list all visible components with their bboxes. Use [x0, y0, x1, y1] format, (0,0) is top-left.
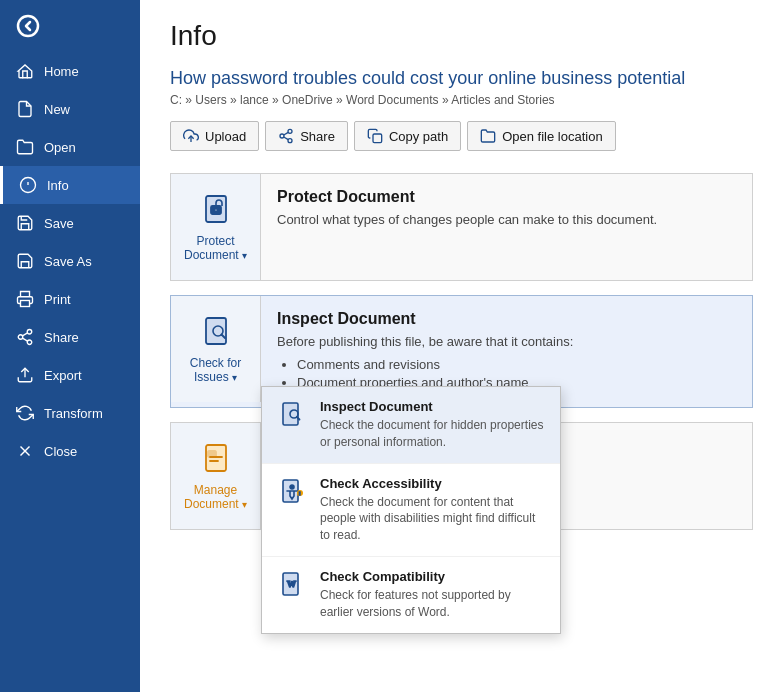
open-file-location-icon: [480, 128, 496, 144]
dropdown-accessibility-desc: Check the document for content that peop…: [320, 494, 546, 544]
sidebar-item-save-as-label: Save As: [44, 254, 92, 269]
protect-document-card: ProtectDocument ▾ Protect Document Contr…: [170, 173, 753, 281]
sidebar-item-new-label: New: [44, 102, 70, 117]
svg-text:W: W: [287, 579, 296, 589]
sidebar-item-export-label: Export: [44, 368, 82, 383]
inspect-document-desc: Before publishing this file, be aware th…: [277, 334, 736, 349]
manage-document-icon: [198, 441, 234, 477]
breadcrumb: C: » Users » lance » OneDrive » Word Doc…: [170, 93, 753, 107]
toolbar: Upload Share Copy path Open file locatio…: [170, 121, 753, 151]
page-title: Info: [170, 20, 753, 52]
svg-text:!: !: [299, 491, 300, 496]
svg-line-9: [22, 333, 27, 336]
upload-icon: [183, 128, 199, 144]
copy-path-button[interactable]: Copy path: [354, 121, 461, 151]
back-button[interactable]: [0, 0, 140, 52]
sidebar-item-info-label: Info: [47, 178, 69, 193]
sidebar-item-share-label: Share: [44, 330, 79, 345]
inspect-dropdown-menu: Inspect Document Check the document for …: [261, 386, 561, 634]
svg-point-15: [280, 134, 284, 138]
sidebar-item-close-label: Close: [44, 444, 77, 459]
sidebar-item-open[interactable]: Open: [0, 128, 140, 166]
protect-document-title: Protect Document: [277, 188, 736, 206]
protect-document-label: ProtectDocument ▾: [184, 234, 247, 262]
sidebar-item-home-label: Home: [44, 64, 79, 79]
sidebar-item-save[interactable]: Save: [0, 204, 140, 242]
open-file-location-button[interactable]: Open file location: [467, 121, 615, 151]
sidebar: Home New Open Info Save: [0, 0, 140, 692]
dropdown-item-check-accessibility[interactable]: ! Check Accessibility Check the document…: [262, 464, 560, 557]
svg-line-18: [284, 132, 289, 135]
sidebar-item-export[interactable]: Export: [0, 356, 140, 394]
sidebar-item-transform-label: Transform: [44, 406, 103, 421]
inspect-document-icon-area[interactable]: Check forIssues ▾: [171, 296, 261, 402]
svg-point-7: [27, 340, 32, 345]
share-icon: [278, 128, 294, 144]
dropdown-item-inspect-document[interactable]: Inspect Document Check the document for …: [262, 387, 560, 464]
svg-point-22: [214, 209, 217, 212]
sidebar-item-new[interactable]: New: [0, 90, 140, 128]
svg-rect-36: [208, 451, 216, 457]
manage-document-label: ManageDocument ▾: [184, 483, 247, 511]
inspect-document-title: Inspect Document: [277, 310, 736, 328]
dropdown-accessibility-icon: !: [276, 476, 308, 508]
sidebar-item-print-label: Print: [44, 292, 71, 307]
main-content: Info How password troubles could cost yo…: [140, 0, 783, 692]
dropdown-inspect-icon: [276, 399, 308, 431]
svg-point-16: [288, 139, 292, 143]
sidebar-item-home[interactable]: Home: [0, 52, 140, 90]
svg-rect-35: [206, 445, 226, 471]
dropdown-item-check-compatibility[interactable]: W Check Compatibility Check for features…: [262, 557, 560, 633]
inspect-document-label: Check forIssues ▾: [190, 356, 241, 384]
dropdown-compatibility-icon: W: [276, 569, 308, 601]
svg-point-6: [18, 335, 23, 340]
sidebar-item-open-label: Open: [44, 140, 76, 155]
svg-rect-19: [373, 134, 382, 143]
protect-document-content: Protect Document Control what types of c…: [261, 174, 752, 241]
svg-line-8: [22, 338, 27, 341]
sidebar-item-close[interactable]: Close: [0, 432, 140, 470]
inspect-document-card: Check forIssues ▾ Inspect Document Befor…: [170, 295, 753, 408]
dropdown-compatibility-title: Check Compatibility: [320, 569, 546, 584]
document-title: How password troubles could cost your on…: [170, 68, 753, 89]
dropdown-compatibility-desc: Check for features not supported by earl…: [320, 587, 546, 621]
svg-rect-4: [21, 301, 30, 307]
svg-point-14: [288, 129, 292, 133]
sidebar-item-print[interactable]: Print: [0, 280, 140, 318]
share-button[interactable]: Share: [265, 121, 348, 151]
dropdown-accessibility-title: Check Accessibility: [320, 476, 546, 491]
svg-line-17: [284, 137, 289, 140]
manage-document-icon-area[interactable]: ManageDocument ▾: [171, 423, 261, 529]
protect-document-icon: [198, 192, 234, 228]
svg-point-30: [290, 485, 294, 489]
svg-point-0: [18, 16, 38, 36]
inspect-document-icon: [198, 314, 234, 350]
sidebar-item-share[interactable]: Share: [0, 318, 140, 356]
sidebar-item-info[interactable]: Info: [0, 166, 140, 204]
protect-document-icon-area[interactable]: ProtectDocument ▾: [171, 174, 261, 280]
sidebar-item-save-as[interactable]: Save As: [0, 242, 140, 280]
dropdown-inspect-title: Inspect Document: [320, 399, 546, 414]
protect-document-desc: Control what types of changes people can…: [277, 212, 736, 227]
svg-point-5: [27, 330, 32, 335]
inspect-list-item-1: Comments and revisions: [297, 357, 736, 372]
copy-path-icon: [367, 128, 383, 144]
upload-button[interactable]: Upload: [170, 121, 259, 151]
sidebar-item-save-label: Save: [44, 216, 74, 231]
dropdown-inspect-desc: Check the document for hidden properties…: [320, 417, 546, 451]
sidebar-item-transform[interactable]: Transform: [0, 394, 140, 432]
